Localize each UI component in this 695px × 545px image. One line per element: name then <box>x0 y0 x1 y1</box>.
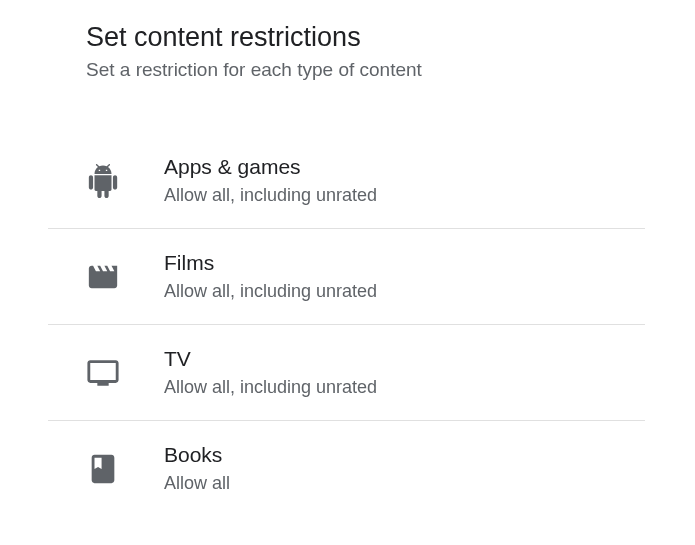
film-icon <box>86 260 164 294</box>
tv-icon <box>86 356 164 390</box>
item-title: TV <box>164 347 377 371</box>
item-text: Films Allow all, including unrated <box>164 251 377 302</box>
list-item-books[interactable]: Books Allow all <box>48 421 645 516</box>
item-subtitle: Allow all, including unrated <box>164 281 377 302</box>
item-text: Books Allow all <box>164 443 230 494</box>
restrictions-list: Apps & games Allow all, including unrate… <box>48 133 645 516</box>
item-subtitle: Allow all <box>164 473 230 494</box>
page-subtitle: Set a restriction for each type of conte… <box>86 59 645 81</box>
page-title: Set content restrictions <box>86 22 645 53</box>
list-item-films[interactable]: Films Allow all, including unrated <box>48 229 645 324</box>
book-icon <box>86 452 164 486</box>
item-title: Books <box>164 443 230 467</box>
item-text: TV Allow all, including unrated <box>164 347 377 398</box>
item-text: Apps & games Allow all, including unrate… <box>164 155 377 206</box>
item-subtitle: Allow all, including unrated <box>164 185 377 206</box>
page-header: Set content restrictions Set a restricti… <box>48 22 645 81</box>
android-icon <box>86 164 164 198</box>
item-title: Apps & games <box>164 155 377 179</box>
list-item-tv[interactable]: TV Allow all, including unrated <box>48 325 645 420</box>
item-title: Films <box>164 251 377 275</box>
list-item-apps-games[interactable]: Apps & games Allow all, including unrate… <box>48 133 645 228</box>
item-subtitle: Allow all, including unrated <box>164 377 377 398</box>
